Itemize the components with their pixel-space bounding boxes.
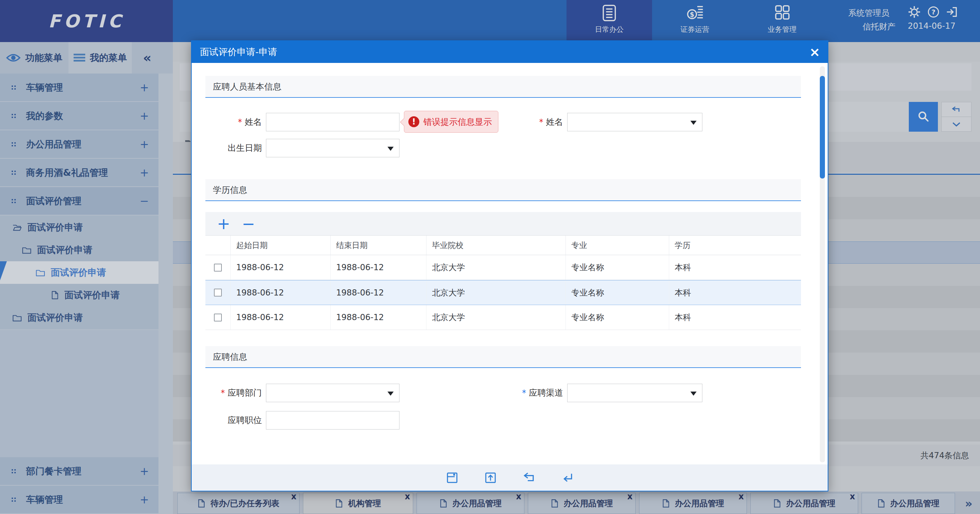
column-header: 专业: [566, 236, 669, 255]
required-mark: *: [221, 388, 225, 398]
error-icon: !: [408, 116, 419, 127]
remove-row-button[interactable]: −: [242, 216, 255, 232]
name-label-left: *姓名: [192, 113, 262, 131]
apply-channel-select[interactable]: [567, 384, 702, 402]
table-row-selected[interactable]: 1988-06-12 1988-06-12 北京大学 专业名称 本科: [205, 280, 801, 305]
cell-major: 专业名称: [566, 281, 669, 305]
apply-position-input[interactable]: [266, 411, 399, 430]
section-title: 应聘信息: [213, 351, 247, 363]
section-apply-info: 应聘信息: [205, 346, 801, 368]
screen: FOTIC 日常办公 $ 证券运营: [0, 0, 980, 514]
section-title: 应聘人员基本信息: [213, 81, 282, 92]
section-title: 学历信息: [213, 184, 247, 196]
name-select[interactable]: [567, 113, 702, 131]
modal-title: 面试评价申请-申请: [200, 46, 277, 58]
modal-body: 应聘人员基本信息 *姓名 ! 错误提示信息显示 *姓名 出生日期: [192, 63, 828, 466]
section-education: 学历信息: [205, 179, 801, 201]
column-header: 结束日期: [331, 236, 426, 255]
section-basic-info: 应聘人员基本信息: [205, 76, 801, 98]
name-label-right: *姓名: [493, 113, 563, 131]
modal-titlebar: 面试评价申请-申请 ×: [192, 41, 828, 63]
apply-dept-label: *应聘部门: [192, 384, 262, 402]
cell-major: 专业名称: [566, 255, 669, 280]
name-input[interactable]: [266, 113, 399, 131]
cell-school: 北京大学: [426, 281, 566, 305]
birthdate-label: 出生日期: [192, 139, 262, 157]
modal-footer: [192, 465, 828, 491]
row-checkbox[interactable]: [214, 314, 222, 322]
education-table: 起始日期 结束日期 毕业院校 专业 学历 1988-06-12 1988-06-…: [205, 235, 801, 330]
cell-end-date: 1988-06-12: [331, 281, 426, 305]
cell-end-date: 1988-06-12: [331, 305, 426, 330]
table-row[interactable]: 1988-06-12 1988-06-12 北京大学 专业名称 本科: [205, 255, 801, 280]
enter-return-icon[interactable]: [561, 471, 573, 484]
column-header: 起始日期: [231, 236, 331, 255]
modal-scrollbar[interactable]: [820, 67, 825, 462]
save-icon[interactable]: [446, 471, 458, 484]
checkbox-column-header: [205, 236, 231, 255]
cell-major: 专业名称: [566, 305, 669, 330]
required-mark: *: [539, 117, 543, 127]
dropdown-caret-icon: [690, 121, 697, 125]
cell-start-date: 1988-06-12: [231, 255, 331, 280]
table-row[interactable]: 1988-06-12 1988-06-12 北京大学 专业名称 本科: [205, 305, 801, 330]
cell-start-date: 1988-06-12: [231, 305, 331, 330]
submit-upload-icon[interactable]: [484, 471, 497, 484]
cell-start-date: 1988-06-12: [231, 281, 331, 305]
modal-close-button[interactable]: ×: [809, 41, 820, 63]
cell-degree: 本科: [669, 281, 801, 305]
tooltip-arrow: [400, 118, 408, 126]
apply-channel-label: *应聘渠道: [493, 384, 563, 402]
required-mark: *: [238, 117, 242, 127]
cell-end-date: 1988-06-12: [331, 255, 426, 280]
cell-school: 北京大学: [426, 305, 566, 330]
dropdown-caret-icon: [690, 392, 697, 396]
interview-apply-modal: 面试评价申请-申请 × 应聘人员基本信息 *姓名 ! 错误提示信息显示 *姓名: [191, 40, 828, 492]
apply-dept-select[interactable]: [266, 384, 399, 402]
row-checkbox[interactable]: [214, 264, 222, 271]
cell-school: 北京大学: [426, 255, 566, 280]
dropdown-caret-icon: [388, 147, 394, 151]
undo-back-icon[interactable]: [523, 471, 535, 484]
column-header: 学历: [669, 236, 801, 255]
add-row-button[interactable]: +: [217, 216, 231, 232]
birthdate-select[interactable]: [266, 139, 399, 157]
error-tooltip: ! 错误提示信息显示: [404, 111, 498, 133]
apply-position-label: 应聘职位: [192, 411, 262, 430]
cell-degree: 本科: [669, 305, 801, 330]
column-header: 毕业院校: [426, 236, 566, 255]
table-header-row: 起始日期 结束日期 毕业院校 专业 学历: [205, 236, 801, 255]
education-grid-toolbar: + −: [205, 212, 801, 235]
dropdown-caret-icon: [388, 392, 394, 396]
cell-degree: 本科: [669, 255, 801, 280]
scrollbar-thumb[interactable]: [820, 76, 825, 179]
error-text: 错误提示信息显示: [423, 116, 492, 128]
row-checkbox[interactable]: [214, 289, 222, 297]
required-mark-blue: *: [522, 388, 526, 398]
